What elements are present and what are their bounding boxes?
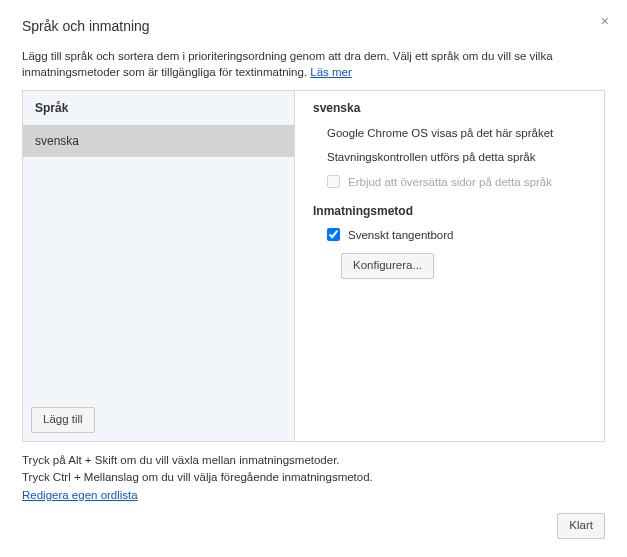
- translate-offer-row: Erbjud att översätta sidor på detta språ…: [327, 175, 590, 188]
- language-list: svenska: [23, 125, 294, 399]
- dialog-title: Språk och inmatning: [22, 18, 605, 34]
- display-language-line: Google Chrome OS visas på det här språke…: [327, 127, 590, 139]
- language-item[interactable]: svenska: [23, 125, 294, 157]
- close-icon[interactable]: ×: [601, 14, 609, 28]
- intro-text: Lägg till språk och sortera dem i priori…: [22, 50, 553, 78]
- language-details-pane: svenska Google Chrome OS visas på det hä…: [295, 91, 604, 441]
- translate-offer-label: Erbjud att översätta sidor på detta språ…: [348, 176, 552, 188]
- translate-offer-checkbox: [327, 175, 340, 188]
- done-button[interactable]: Klart: [557, 513, 605, 539]
- language-list-header: Språk: [23, 91, 294, 125]
- tips-block: Tryck på Alt + Skift om du vill växla me…: [22, 452, 605, 504]
- edit-dictionary-link[interactable]: Redigera egen ordlista: [22, 489, 138, 501]
- add-language-button[interactable]: Lägg till: [31, 407, 95, 433]
- dialog-intro: Lägg till språk och sortera dem i priori…: [22, 48, 605, 80]
- tip-line-2: Tryck Ctrl + Mellanslag om du vill välja…: [22, 469, 605, 486]
- input-method-row[interactable]: Svenskt tangentbord: [327, 228, 590, 241]
- language-list-pane: Språk svenska Lägg till: [23, 91, 295, 441]
- configure-button[interactable]: Konfigurera...: [341, 253, 434, 279]
- selected-language-title: svenska: [313, 101, 590, 115]
- tip-line-1: Tryck på Alt + Skift om du vill växla me…: [22, 452, 605, 469]
- spellcheck-line: Stavningskontrollen utförs på detta språ…: [327, 151, 590, 163]
- learn-more-link[interactable]: Läs mer: [310, 66, 352, 78]
- language-input-dialog: × Språk och inmatning Lägg till språk oc…: [0, 0, 627, 557]
- input-method-label: Svenskt tangentbord: [348, 229, 454, 241]
- input-method-checkbox[interactable]: [327, 228, 340, 241]
- language-list-footer: Lägg till: [23, 399, 294, 441]
- input-method-header: Inmatningsmetod: [313, 204, 590, 218]
- language-item-label: svenska: [35, 134, 79, 148]
- content-panel: Språk svenska Lägg till svenska Google C…: [22, 90, 605, 442]
- dialog-footer: Klart: [557, 513, 605, 539]
